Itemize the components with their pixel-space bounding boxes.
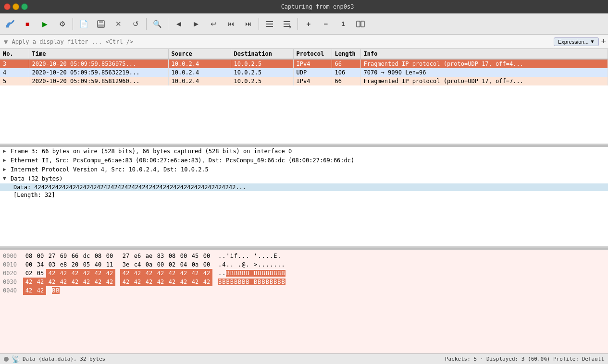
reload-button[interactable]: ↺ — [127, 16, 144, 32]
packet-cell: 5 — [0, 77, 29, 85]
packet-row[interactable]: 32020-10-20 05:09:59.8536975...10.0.2.41… — [0, 59, 608, 68]
zoom-in-button[interactable]: + — [300, 16, 317, 32]
minimize-window-button[interactable] — [12, 3, 19, 10]
hex-byte: 02 — [166, 260, 178, 269]
col-no: No. — [0, 49, 29, 59]
zoom-out-button[interactable]: − — [318, 16, 334, 32]
display-filter-input[interactable] — [12, 36, 552, 47]
svg-rect-8 — [284, 26, 290, 27]
hex-byte: 42 — [178, 278, 189, 286]
title-bar: Capturing from enp0s3 — [0, 0, 608, 13]
hex-byte: c4 — [132, 260, 143, 269]
toolbar-separator-2 — [146, 18, 147, 30]
maximize-window-button[interactable] — [21, 3, 28, 10]
preferences-button[interactable]: ⚙ — [54, 16, 70, 32]
packet-row[interactable]: 52020-10-20 05:09:59.85812960...10.0.2.4… — [0, 77, 608, 85]
go-back-button[interactable]: ◀ — [171, 16, 187, 32]
hex-byte: 42 — [92, 269, 104, 278]
hex-byte: 00 — [155, 260, 166, 269]
detail-row-ip[interactable]: ▶Internet Protocol Version 4, Src: 10.0.… — [0, 165, 608, 174]
hex-row: 0030 42424242424242424242424242424242BBB… — [3, 278, 605, 286]
open-button[interactable]: 📄 — [75, 16, 92, 32]
hex-byte: 42 — [132, 278, 143, 286]
hex-byte: 69 — [58, 252, 69, 260]
hex-byte: 00 — [104, 252, 115, 260]
hex-byte: 00 — [23, 260, 35, 269]
save-button[interactable] — [93, 16, 109, 32]
detail-row-data[interactable]: ▼Data (32 bytes) — [0, 174, 608, 183]
hex-byte: 11 — [104, 260, 115, 269]
filter-bar: ▼ Expression... ▼ + — [0, 35, 608, 49]
detail-arrow-ethernet: ▶ — [3, 157, 11, 163]
colorize-button[interactable] — [261, 16, 278, 32]
packet-cell: 106 — [332, 68, 360, 77]
hex-byte: 42 — [46, 269, 58, 278]
hex-byte: 42 — [166, 269, 178, 278]
hex-byte: dc — [81, 252, 92, 260]
zoom-reset-button[interactable]: 1 — [335, 16, 351, 32]
expression-button[interactable]: Expression... ▼ — [554, 37, 599, 46]
add-filter-button[interactable]: + — [601, 36, 606, 47]
hex-byte: 02 — [23, 269, 35, 278]
close-window-button[interactable] — [4, 3, 11, 10]
svg-rect-6 — [284, 21, 290, 22]
hex-byte: 42 — [69, 269, 81, 278]
packet-cell: IPv4 — [293, 59, 332, 68]
main-toolbar: ■ ▶ ⚙ 📄 ✕ ↺ 🔍 ◀ ▶ ↩ ⏮ ⏭ — [0, 13, 608, 35]
status-right-text: Packets: 5 · Displayed: 3 (60.0%) Profil… — [445, 356, 604, 362]
detail-sub-data-data[interactable]: Data: 4242424242424242424242424242424242… — [0, 183, 608, 191]
hex-byte: 08 — [92, 252, 104, 260]
filter-icon: ▼ — [2, 38, 10, 46]
stop-capture-button[interactable]: ■ — [19, 16, 36, 32]
hex-byte: 42 — [178, 269, 189, 278]
hex-byte: 42 — [23, 278, 35, 286]
svg-rect-4 — [266, 24, 273, 24]
go-to-packet-button[interactable]: ↩ — [205, 16, 222, 32]
hex-byte: 66 — [69, 252, 81, 260]
hex-byte: 42 — [189, 269, 201, 278]
hex-byte: e6 — [132, 252, 143, 260]
go-first-button[interactable]: ⏮ — [223, 16, 239, 32]
hex-byte: 42 — [189, 278, 201, 286]
detail-arrow-frame: ▶ — [3, 148, 11, 154]
shark-fin-button[interactable] — [2, 16, 18, 32]
capture-icon: 📡 — [12, 355, 20, 363]
hex-byte: 05 — [35, 269, 46, 278]
autoscroll-button[interactable] — [279, 16, 295, 32]
resize-columns-button[interactable] — [352, 16, 369, 32]
svg-rect-5 — [266, 26, 273, 27]
hex-offset: 0030 — [3, 278, 23, 286]
packet-cell: 66 — [332, 77, 360, 85]
hex-offset: 0010 — [3, 260, 23, 269]
detail-row-ethernet[interactable]: ▶Ethernet II, Src: PcsCompu_e6:ae:83 (08… — [0, 156, 608, 165]
packet-cell: 10.0.2.4 — [168, 59, 231, 68]
start-capture-button[interactable]: ▶ — [37, 16, 53, 32]
packet-cell: 2020-10-20 05:09:59.8536975... — [29, 59, 168, 68]
hex-ascii: ..BBBBBB BBBBBBBB — [218, 269, 285, 278]
detail-sub-data-length[interactable]: [Length: 32] — [0, 191, 608, 199]
svg-rect-7 — [284, 24, 290, 24]
packet-row[interactable]: 42020-10-20 05:09:59.85632219...10.0.2.4… — [0, 68, 608, 77]
hex-byte: 00 — [201, 260, 212, 269]
packet-rows: 32020-10-20 05:09:59.8536975...10.0.2.41… — [0, 59, 608, 85]
hex-row: 0000 0800276966dc080027e6ae8308004500..'… — [3, 252, 605, 260]
hex-byte: 42 — [81, 269, 92, 278]
detail-row-frame[interactable]: ▶Frame 3: 66 bytes on wire (528 bits), 6… — [0, 147, 608, 156]
hex-byte: 27 — [46, 252, 58, 260]
hex-row: 0010 003403e8200540113ec40a0002040a00.4.… — [3, 260, 605, 269]
hex-byte: 40 — [92, 260, 104, 269]
hex-bytes: 4242 — [23, 286, 46, 295]
go-last-button[interactable]: ⏭ — [240, 16, 256, 32]
detail-text-data: Data (32 bytes) — [11, 175, 605, 182]
go-forward-button[interactable]: ▶ — [188, 16, 204, 32]
status-right: Packets: 5 · Displayed: 3 (60.0%) Profil… — [407, 356, 604, 362]
packet-cell: UDP — [293, 68, 332, 77]
close-capture-button[interactable]: ✕ — [110, 16, 126, 32]
packet-cell: IPv4 — [293, 77, 332, 85]
packet-cell: Fragmented IP protocol (proto=UDP 17, of… — [360, 59, 608, 68]
packet-list-panel: No. Time Source Destination Protocol Len… — [0, 49, 608, 145]
hex-byte: 42 — [201, 269, 212, 278]
find-button[interactable]: 🔍 — [149, 16, 165, 32]
hex-byte: 08 — [23, 252, 35, 260]
window-controls[interactable] — [4, 3, 28, 10]
